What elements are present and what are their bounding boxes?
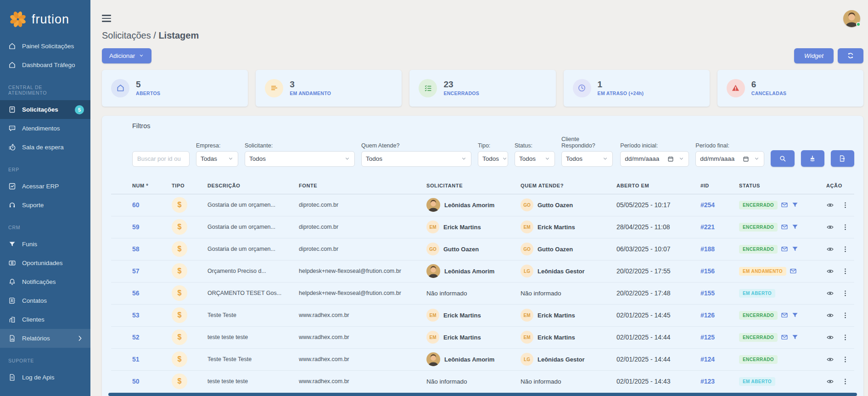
ticket-id-link[interactable]: #188: [700, 245, 715, 253]
export-button[interactable]: [831, 150, 854, 167]
row-menu-icon[interactable]: [841, 267, 849, 275]
ticket-id-link[interactable]: #124: [700, 356, 715, 363]
funnel-icon[interactable]: [791, 201, 799, 209]
select-quem-atende[interactable]: Todos: [361, 151, 471, 167]
mail-icon[interactable]: [781, 201, 788, 209]
sidebar-item-solicitacoes[interactable]: Solicitações5: [0, 100, 90, 119]
row-menu-icon[interactable]: [841, 289, 849, 297]
sidebar-item-painel-solicitacoes[interactable]: Painel Solicitações: [0, 37, 90, 56]
row-number-link[interactable]: 53: [132, 311, 140, 319]
chevron-down-icon: [344, 156, 350, 162]
sidebar-item-dashboard-trafego[interactable]: Dashboard Tráfego: [0, 56, 90, 74]
row-menu-icon[interactable]: [841, 223, 849, 231]
mail-icon[interactable]: [781, 334, 788, 341]
search-filters-button[interactable]: [771, 150, 794, 167]
stat-card-encerrados[interactable]: 23ENCERRADOS: [409, 70, 555, 107]
ticket-id-link[interactable]: #155: [700, 289, 715, 297]
widget-button[interactable]: Widget: [794, 48, 834, 63]
row-number-link[interactable]: 52: [132, 334, 140, 341]
sidebar-item-acessar-erp[interactable]: Acessar ERP: [0, 177, 90, 196]
view-icon[interactable]: [826, 267, 834, 275]
row-number-link[interactable]: 56: [132, 289, 140, 297]
sidebar-item-notificacoes[interactable]: Notificações: [0, 272, 90, 291]
row-number-link[interactable]: 60: [132, 201, 140, 209]
horizontal-scrollbar[interactable]: [108, 393, 857, 396]
person-name: Não informado: [521, 378, 561, 385]
row-menu-icon[interactable]: [841, 245, 849, 253]
mail-icon[interactable]: [781, 245, 788, 253]
row-menu-icon[interactable]: [841, 311, 849, 319]
row-number-link[interactable]: 57: [132, 267, 140, 275]
ticket-id-link[interactable]: #125: [700, 334, 715, 341]
funnel-icon[interactable]: [791, 334, 799, 341]
sidebar-item-funis[interactable]: Funis: [0, 235, 90, 254]
clear-filters-button[interactable]: [801, 150, 824, 167]
cell-acao: [826, 245, 854, 253]
sidebar-item-clientes[interactable]: Clientes: [0, 310, 90, 329]
ticket-id-link[interactable]: #123: [700, 378, 715, 385]
row-number-link[interactable]: 51: [132, 356, 140, 363]
view-icon[interactable]: [826, 356, 834, 363]
cell-quem-atende: EMErick Martins: [521, 221, 616, 233]
ticket-id-link[interactable]: #126: [700, 311, 715, 319]
sidebar-item-log-de-apis[interactable]: Log de Apis: [0, 368, 90, 387]
ticket-id-link[interactable]: #221: [700, 223, 715, 231]
sidebar-item-oportunidades[interactable]: Oportunidades: [0, 254, 90, 272]
status-badge: ENCERRADO: [739, 245, 778, 254]
funnel-icon[interactable]: [791, 245, 799, 253]
ticket-id-link[interactable]: #156: [700, 267, 715, 275]
stat-label: ENCERRADOS: [443, 91, 479, 96]
select-empresa[interactable]: Todas: [196, 151, 238, 167]
person-name: Erick Martins: [443, 224, 481, 231]
row-menu-icon[interactable]: [841, 356, 849, 363]
add-button[interactable]: Adicionar: [102, 48, 151, 63]
row-menu-icon[interactable]: [841, 334, 849, 341]
view-icon[interactable]: [826, 223, 834, 231]
funnel-icon[interactable]: [791, 223, 799, 231]
select-tipo[interactable]: Todos: [478, 151, 508, 167]
date-input[interactable]: dd/mm/aaaa: [620, 151, 689, 167]
view-icon[interactable]: [826, 378, 834, 385]
stat-card-canceladas[interactable]: 6CANCELADAS: [717, 70, 863, 107]
brand-logo[interactable]: frution: [0, 0, 90, 37]
date-input[interactable]: dd/mm/aaaa: [695, 151, 764, 167]
mail-icon[interactable]: [790, 267, 797, 275]
funnel-icon: [8, 240, 16, 248]
view-icon[interactable]: [826, 311, 834, 319]
selected-value: dd/mm/aaaa: [700, 155, 734, 162]
stat-card-em-atraso-24h[interactable]: 1EM ATRASO (+24h): [564, 70, 710, 107]
row-menu-icon[interactable]: [841, 378, 849, 385]
user-avatar[interactable]: [843, 10, 860, 27]
select-status[interactable]: Todos: [515, 151, 555, 167]
view-icon[interactable]: [826, 334, 834, 341]
view-icon[interactable]: [826, 289, 834, 297]
mail-icon[interactable]: [781, 223, 788, 231]
row-number-link[interactable]: 58: [132, 245, 140, 253]
refresh-button[interactable]: [838, 48, 863, 63]
row-number-link[interactable]: 59: [132, 223, 140, 231]
stat-card-em-andamento[interactable]: 3EM ANDAMENTO: [256, 70, 402, 107]
select-solicitante[interactable]: Todos: [245, 151, 355, 167]
row-number-link[interactable]: 50: [132, 378, 140, 385]
sidebar-item-suporte[interactable]: Suporte: [0, 196, 90, 215]
select-cliente-respondido[interactable]: Todos: [561, 151, 613, 167]
stat-card-abertos[interactable]: 5ABERTOS: [102, 70, 248, 107]
sidebar-item-sala-de-espera[interactable]: Sala de espera: [0, 138, 90, 157]
view-icon[interactable]: [826, 201, 834, 209]
cell-acao: [826, 378, 854, 385]
ticket-id-link[interactable]: #254: [700, 201, 715, 209]
view-icon[interactable]: [826, 245, 834, 253]
hamburger-icon[interactable]: [102, 15, 111, 22]
filter-field-solicitante: Solicitante:Todos: [245, 142, 355, 167]
mail-icon[interactable]: [781, 311, 788, 319]
breadcrumb-parent[interactable]: Solicitações /: [102, 30, 156, 40]
search-input[interactable]: [132, 151, 190, 167]
sidebar-item-atendimentos[interactable]: Atendimentos: [0, 119, 90, 138]
add-button-label: Adicionar: [109, 52, 135, 59]
sidebar-item-relatorios[interactable]: Relatórios: [0, 329, 90, 348]
row-menu-icon[interactable]: [841, 201, 849, 209]
cell-tipo: $: [172, 197, 207, 213]
funnel-icon[interactable]: [791, 311, 799, 319]
stat-value: 1: [598, 80, 644, 90]
sidebar-item-contatos[interactable]: Contatos: [0, 291, 90, 310]
